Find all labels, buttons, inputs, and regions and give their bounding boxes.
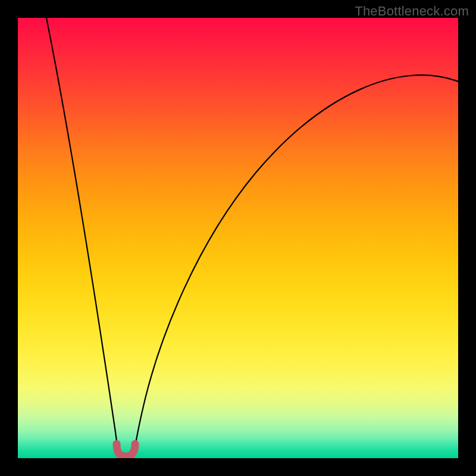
optimal-u-marker [117, 444, 135, 456]
bottleneck-curve-right [134, 75, 458, 454]
plot-area [18, 18, 458, 458]
bottleneck-curve-left [46, 18, 118, 454]
curves-layer [18, 18, 458, 458]
chart-frame: TheBottleneck.com [0, 0, 476, 476]
watermark-text: TheBottleneck.com [355, 4, 469, 19]
